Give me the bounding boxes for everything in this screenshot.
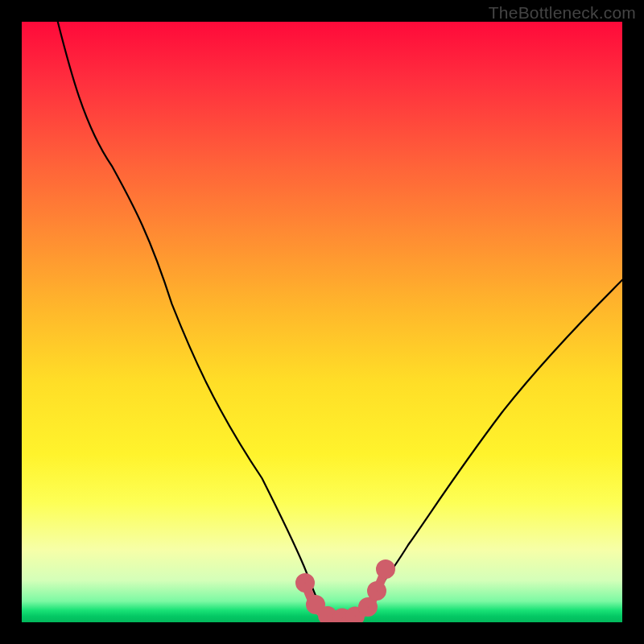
svg-point-7 bbox=[381, 564, 391, 575]
svg-point-5 bbox=[363, 602, 374, 613]
chart-svg bbox=[22, 22, 622, 622]
svg-point-4 bbox=[350, 611, 361, 621]
plot-area bbox=[22, 22, 622, 622]
svg-point-2 bbox=[323, 611, 333, 621]
bottleneck-curve-line bbox=[58, 22, 622, 617]
svg-point-1 bbox=[311, 600, 321, 610]
chart-frame: TheBottleneck.com bbox=[0, 0, 644, 644]
watermark-text: TheBottleneck.com bbox=[489, 3, 636, 23]
svg-point-0 bbox=[300, 578, 311, 588]
svg-point-6 bbox=[372, 586, 382, 597]
optimal-zone-marker bbox=[300, 564, 391, 623]
